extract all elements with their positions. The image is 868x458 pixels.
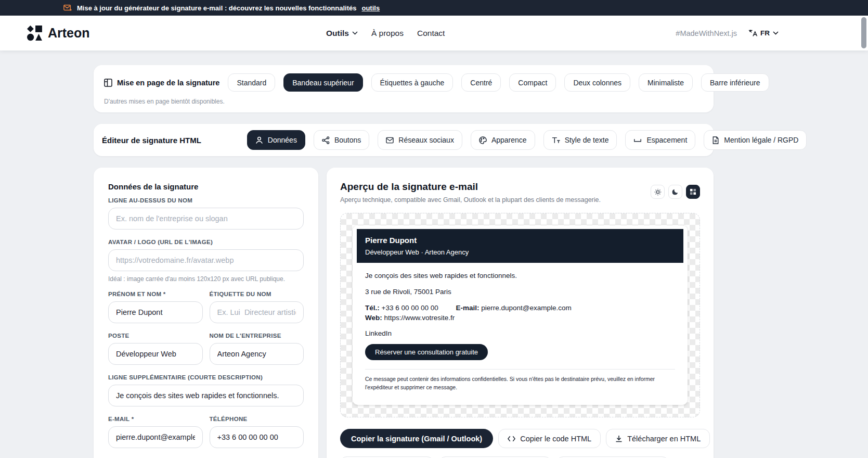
layout-option-minimaliste[interactable]: Minimaliste [639, 73, 693, 92]
signature-data-panel: Données de la signature LIGNE AU-DESSUS … [94, 168, 318, 458]
form-title: Données de la signature [108, 182, 304, 191]
nav-label: Outils [326, 29, 349, 38]
tab-label: Réseaux sociaux [398, 136, 454, 144]
nav-item-a-propos[interactable]: À propos [371, 29, 404, 38]
tab-boutons[interactable]: Boutons [314, 130, 369, 150]
signature-contact-row: Tél.: +33 6 00 00 00 00 E-mail: pierre.d… [365, 303, 675, 323]
download-html-button[interactable]: Télécharger en HTML [606, 429, 710, 448]
tel-value: +33 6 00 00 00 00 [382, 304, 438, 312]
signature-preview-panel: Aperçu de la signature e-mail Aperçu tec… [327, 168, 714, 458]
line-above-input[interactable] [108, 208, 304, 230]
preview-canvas: Pierre Dupont Développeur Web · Arteon A… [340, 213, 700, 417]
code-icon [508, 436, 515, 442]
mail-icon [386, 137, 394, 144]
signature-web: Web: https://www.votresite.fr [365, 314, 455, 322]
tab-donnees[interactable]: Données [247, 130, 305, 150]
preview-mode-toggles [651, 185, 700, 199]
main-nav: Outils À propos Contact [326, 16, 445, 50]
vertical-scrollbar[interactable] [861, 17, 866, 48]
brand-name: Arteon [48, 26, 90, 41]
phone-input[interactable] [210, 426, 304, 448]
header-right: #MadeWithNext.js FR [676, 16, 779, 50]
field-label-line-above: LIGNE AU-DESSUS DU NOM [108, 197, 304, 203]
name-input[interactable] [108, 301, 203, 323]
button-label: Copier le code HTML [520, 435, 591, 443]
button-label: Télécharger en HTML [627, 435, 701, 443]
signature-body: Je conçois des sites web rapides et fonc… [357, 263, 683, 391]
email-value: pierre.dupont@example.com [481, 304, 572, 312]
signature-linkedin-link[interactable]: LinkedIn [365, 329, 675, 337]
field-label-email: E-MAIL * [108, 416, 203, 422]
signature-cta-button[interactable]: Réserver une consultation gratuite [365, 344, 488, 360]
brand-logo-icon [27, 26, 43, 41]
announcement-link[interactable]: outils [361, 4, 380, 12]
signature-description: Je conçois des sites web rapides et fonc… [365, 271, 675, 281]
layout-option-bandeau-superieur[interactable]: Bandeau supérieur [283, 73, 362, 92]
avatar-url-input[interactable] [108, 249, 304, 271]
language-selector[interactable]: FR [748, 29, 779, 37]
sun-icon [654, 188, 662, 196]
primary-actions-row: Copier la signature (Gmail / Outlook) Co… [340, 429, 700, 448]
nav-label: Contact [417, 29, 445, 38]
name-tag-input[interactable] [210, 301, 304, 323]
tab-style-de-texte[interactable]: Style de texte [543, 130, 617, 150]
email-label: E-mail: [456, 304, 480, 312]
web-label: Web: [365, 314, 382, 322]
role-input[interactable] [108, 343, 203, 365]
preview-subtitle: Aperçu technique, compatible avec Gmail,… [340, 196, 700, 203]
tab-label: Boutons [334, 136, 361, 144]
layout-grid-icon [104, 79, 112, 87]
made-with-badge: #MadeWithNext.js [676, 29, 737, 37]
layout-option-centre[interactable]: Centré [461, 73, 501, 92]
tab-label: Espacement [646, 136, 687, 144]
preview-title: Aperçu de la signature e-mail [340, 181, 700, 193]
tab-apparence[interactable]: Apparence [471, 130, 535, 150]
layout-title-label: Mise en page de la signature [117, 79, 219, 87]
nav-item-contact[interactable]: Contact [417, 29, 445, 38]
copy-signature-button[interactable]: Copier la signature (Gmail / Outlook) [340, 429, 493, 448]
share-icon [322, 136, 330, 144]
tab-label: Style de texte [565, 136, 609, 144]
document-icon [712, 136, 719, 144]
dark-mode-button[interactable] [668, 185, 682, 199]
signature-role-line: Développeur Web · Arteon Agency [365, 248, 675, 256]
layout-option-barre-inferieure[interactable]: Barre inférieure [701, 73, 769, 92]
field-label-phone: TÉLÉPHONE [210, 416, 304, 422]
signature-email: E-mail: pierre.dupont@example.com [456, 304, 572, 312]
signature-name: Pierre Dupont [365, 236, 675, 245]
transparent-grid-button[interactable] [686, 185, 700, 199]
signature-card: Pierre Dupont Développeur Web · Arteon A… [353, 225, 688, 405]
extra-line-input[interactable] [108, 385, 304, 406]
spacing-icon [633, 137, 642, 143]
light-mode-button[interactable] [651, 185, 665, 199]
language-code: FR [760, 29, 770, 37]
moon-icon [672, 188, 679, 195]
signature-phone: Tél.: +33 6 00 00 00 00 [365, 304, 438, 312]
tab-reseaux-sociaux[interactable]: Réseaux sociaux [378, 130, 462, 150]
layout-card-title: Mise en page de la signature [104, 79, 219, 87]
layout-option-deux-colonnes[interactable]: Deux colonnes [564, 73, 630, 92]
announcement-banner: Mise à jour du générateur de signature e… [0, 0, 868, 16]
grid-icon [690, 188, 696, 195]
nav-item-outils[interactable]: Outils [326, 29, 358, 38]
field-label-name-tag: ÉTIQUETTE DU NOM [210, 291, 304, 297]
site-header: Arteon Outils À propos Contact #MadeWith… [0, 16, 868, 50]
editor-title: Éditeur de signature HTML [102, 136, 201, 145]
tab-espacement[interactable]: Espacement [625, 130, 695, 150]
layout-option-compact[interactable]: Compact [509, 73, 556, 92]
field-label-role: POSTE [108, 333, 203, 339]
email-input[interactable] [108, 426, 203, 448]
copy-html-button[interactable]: Copier le code HTML [498, 429, 601, 448]
brand-logo[interactable]: Arteon [27, 26, 90, 41]
avatar-hint: Idéal : image carrée d'au moins 120x120 … [108, 275, 304, 283]
tab-label: Données [268, 136, 297, 144]
signature-banner: Pierre Dupont Développeur Web · Arteon A… [357, 229, 683, 263]
mail-alert-icon [63, 4, 72, 11]
tab-mention-legale-rgpd[interactable]: Mention légale / RGPD [704, 130, 807, 150]
layout-option-etiquettes-a-gauche[interactable]: Étiquettes à gauche [371, 73, 454, 92]
field-label-company: NOM DE L'ENTREPRISE [210, 333, 304, 339]
company-input[interactable] [210, 343, 304, 365]
signature-disclaimer: Ce message peut contenir des information… [365, 375, 675, 392]
nav-label: À propos [371, 29, 404, 38]
layout-option-standard[interactable]: Standard [228, 73, 275, 92]
